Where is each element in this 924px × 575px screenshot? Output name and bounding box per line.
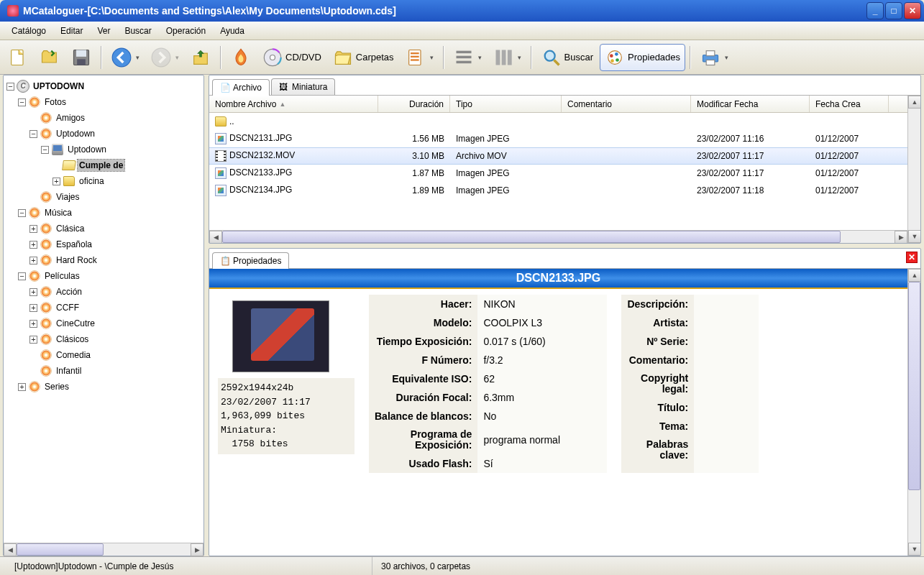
tree-ccff[interactable]: +CCFF: [27, 300, 203, 316]
file-row[interactable]: DSCN2134.JPG 1.89 MB Imagen JPEG 23/02/2…: [209, 182, 907, 199]
tree-musica[interactable]: −Música: [15, 205, 203, 221]
svg-point-4: [112, 48, 131, 67]
tree-fotos[interactable]: −Fotos: [15, 94, 203, 110]
tree-oficina[interactable]: +oficina: [50, 173, 203, 189]
menu-ayuda[interactable]: Ayuda: [214, 24, 250, 37]
minimize-button[interactable]: _: [866, 2, 884, 19]
exif-column-1: Hacer: Modelo: Tiempo Exposición: F Núme…: [369, 295, 607, 473]
flame-icon: [40, 239, 52, 250]
carpetas-button[interactable]: Carpetas: [328, 44, 399, 71]
scroll-down-button[interactable]: ▼: [908, 543, 920, 556]
tree-uptodown[interactable]: −Uptodown: [27, 126, 203, 142]
maximize-button[interactable]: □: [885, 2, 902, 19]
menu-bar: Catálogo Editar Ver Buscar Operación Ayu…: [0, 22, 924, 40]
label-programa: Programa deExposición:: [369, 426, 477, 454]
value-exposicion: 0.017 s (1/60): [477, 332, 607, 351]
flame-icon: [29, 381, 40, 392]
thumbnail-meta: 2592x1944x24b 23/02/2007 11:17 1,963,099…: [218, 378, 354, 454]
file-row-selected[interactable]: DSCN2132.MOV 3.10 MB Archivo MOV 23/02/2…: [209, 147, 907, 165]
svg-point-7: [270, 55, 275, 60]
buscar-button[interactable]: Buscar: [536, 44, 598, 71]
close-button[interactable]: ✕: [904, 2, 921, 19]
tree-espanola[interactable]: +Española: [27, 236, 203, 252]
tree-amigos[interactable]: +Amigos: [27, 110, 203, 126]
scroll-left-button[interactable]: ◀: [4, 543, 17, 556]
col-nombre[interactable]: Nombre Archivo▲: [209, 96, 378, 112]
tree-root[interactable]: −CUPTODOWN: [4, 78, 203, 94]
flame-icon: [40, 128, 52, 139]
scroll-thumb[interactable]: [17, 543, 104, 556]
tree-cumple[interactable]: +Cumple de: [50, 157, 203, 173]
scroll-thumb[interactable]: [908, 282, 920, 490]
col-modificar[interactable]: Modificar Fecha: [691, 96, 810, 112]
tab-miniatura[interactable]: 🖼Miniatura: [271, 78, 335, 95]
svg-point-23: [610, 59, 614, 63]
scroll-right-button[interactable]: ▶: [191, 543, 203, 556]
svg-rect-15: [495, 50, 500, 65]
save-button[interactable]: [66, 44, 96, 71]
flame-button[interactable]: [226, 44, 256, 71]
open-button[interactable]: [35, 44, 65, 71]
properties-close-button[interactable]: ✕: [906, 252, 918, 263]
back-button[interactable]: ▾: [106, 44, 145, 71]
scroll-down-button[interactable]: ▼: [908, 230, 920, 243]
scroll-up-button[interactable]: ▲: [908, 269, 920, 282]
label-descripcion: Descripción:: [621, 295, 694, 313]
col-fecha-crea[interactable]: Fecha Crea: [810, 96, 889, 112]
file-row-up[interactable]: ..: [209, 113, 907, 130]
scroll-thumb[interactable]: [222, 231, 841, 243]
flame-icon: [40, 334, 52, 345]
col-duracion[interactable]: Duración: [378, 96, 450, 112]
scroll-left-button[interactable]: ◀: [209, 231, 222, 243]
tree-series[interactable]: +Series: [15, 379, 203, 395]
view-columns-button[interactable]: ▾: [488, 44, 526, 71]
file-list[interactable]: .. DSCN2131.JPG 1.56 MB Imagen JPEG 23/0…: [209, 113, 907, 230]
flame-icon: [40, 349, 52, 361]
svg-rect-25: [706, 50, 715, 55]
properties-vscroll[interactable]: ▲ ▼: [907, 269, 920, 556]
filelist-hscroll[interactable]: ◀ ▶: [209, 230, 907, 243]
image-icon: [215, 133, 227, 144]
file-row[interactable]: DSCN2133.JPG 1.87 MB Imagen JPEG 23/02/2…: [209, 165, 907, 182]
tree-accion[interactable]: +Acción: [27, 284, 203, 300]
col-tipo[interactable]: Tipo: [450, 96, 562, 112]
svg-rect-16: [501, 50, 506, 65]
tree-viajes[interactable]: +Viajes: [27, 189, 203, 205]
view-list-button[interactable]: ▾: [449, 44, 487, 71]
tree-infantil[interactable]: +Infantil: [27, 363, 203, 379]
tree-hardrock[interactable]: +Hard Rock: [27, 252, 203, 268]
menu-editar[interactable]: Editar: [55, 24, 88, 37]
svg-rect-0: [12, 50, 23, 65]
tree-clasicos[interactable]: +Clásicos: [27, 331, 203, 347]
svg-rect-11: [411, 59, 419, 60]
folder-tree[interactable]: −CUPTODOWN −Fotos +Amigos −Uptodown −Upt…: [4, 75, 203, 543]
menu-catalogo[interactable]: Catálogo: [6, 24, 52, 37]
svg-rect-26: [706, 60, 715, 65]
scroll-right-button[interactable]: ▶: [895, 231, 907, 243]
propiedades-button[interactable]: Propiedades: [600, 44, 685, 71]
tree-hscroll[interactable]: ◀ ▶: [4, 543, 203, 556]
forward-button[interactable]: ▾: [146, 44, 184, 71]
up-button[interactable]: [186, 44, 216, 71]
tree-uptodown-disk[interactable]: −Uptodown: [38, 142, 203, 157]
menu-ver[interactable]: Ver: [91, 24, 116, 37]
tree-comedia[interactable]: +Comedia: [27, 347, 203, 363]
tree-peliculas[interactable]: −Películas: [15, 268, 203, 284]
tree-cinecutre[interactable]: +CineCutre: [27, 316, 203, 331]
filelist-vscroll[interactable]: ▲ ▼: [907, 96, 920, 243]
flame-icon: [29, 270, 40, 282]
new-button[interactable]: [3, 44, 33, 71]
print-button[interactable]: ▾: [695, 44, 733, 71]
options-button[interactable]: ▾: [401, 44, 439, 71]
file-panel: 📄Archivo 🖼Miniatura Nombre Archivo▲ Dura…: [209, 75, 921, 244]
scroll-up-button[interactable]: ▲: [908, 96, 920, 109]
tab-archivo[interactable]: 📄Archivo: [212, 79, 270, 96]
tab-propiedades[interactable]: 📋Propiedades: [212, 252, 289, 269]
flame-icon: [40, 191, 52, 203]
col-comentario[interactable]: Comentario: [562, 96, 691, 112]
file-row[interactable]: DSCN2131.JPG 1.56 MB Imagen JPEG 23/02/2…: [209, 130, 907, 147]
cd-dvd-button[interactable]: CD/DVD: [257, 44, 326, 71]
tree-clasica[interactable]: +Clásica: [27, 221, 203, 236]
menu-buscar[interactable]: Buscar: [119, 24, 157, 37]
menu-operacion[interactable]: Operación: [160, 24, 211, 37]
